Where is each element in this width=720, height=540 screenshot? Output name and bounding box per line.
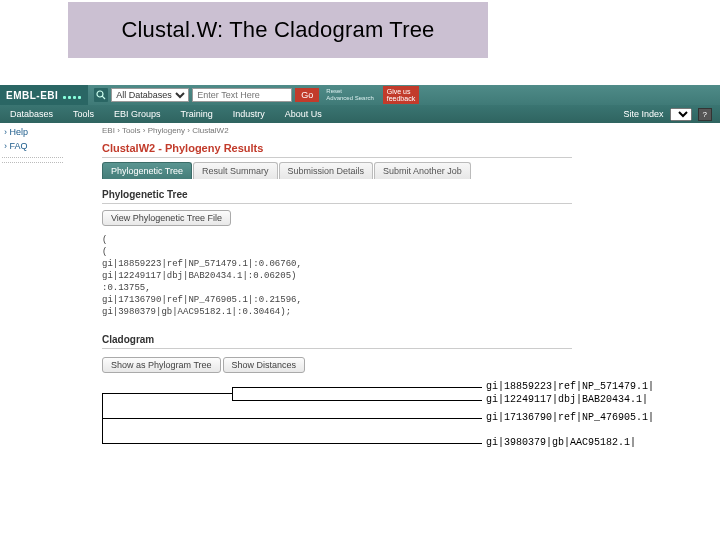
results-title: ClustalW2 - Phylogeny Results <box>102 138 572 158</box>
nav-training[interactable]: Training <box>171 109 223 119</box>
clado-label-3: gi|17136790|ref|NP_476905.1| <box>486 412 654 423</box>
search-scope-select[interactable]: All Databases <box>111 88 189 102</box>
site-topbar: EMBL-EBI All Databases Go Reset Advanced… <box>0 85 720 105</box>
main-panel: EBI › Tools › Phylogeny › ClustalW2 Clus… <box>102 123 572 463</box>
reset-link[interactable]: Reset <box>326 88 373 95</box>
crumb-ebi[interactable]: EBI <box>102 126 115 135</box>
logo-text: EMBL-EBI <box>6 90 58 101</box>
advanced-search-link[interactable]: Advanced Search <box>326 95 373 102</box>
phylo-tree-heading: Phylogenetic Tree <box>102 183 572 204</box>
nav-tools[interactable]: Tools <box>63 109 104 119</box>
cladogram-figure: gi|18859223|ref|NP_571479.1| gi|12249117… <box>102 383 572 463</box>
slide-title: Clustal.W: The Cladogram Tree <box>121 17 434 43</box>
nav-databases[interactable]: Databases <box>0 109 63 119</box>
sidebar-faq-link[interactable]: › FAQ <box>0 139 65 153</box>
slide-title-band: Clustal.W: The Cladogram Tree <box>68 2 488 58</box>
breadcrumb: EBI › Tools › Phylogeny › ClustalW2 <box>102 123 572 138</box>
feedback-button[interactable]: Give us feedback <box>383 86 419 104</box>
search-input[interactable] <box>192 88 292 102</box>
svg-point-0 <box>97 91 103 97</box>
tab-submission-details[interactable]: Submission Details <box>279 162 374 179</box>
clado-label-2: gi|12249117|dbj|BAB20434.1| <box>486 394 648 405</box>
crumb-phylogeny[interactable]: Phylogeny <box>148 126 185 135</box>
search-aux-links: Reset Advanced Search <box>326 88 373 102</box>
show-phylogram-button[interactable]: Show as Phylogram Tree <box>102 357 221 373</box>
site-index-go-button[interactable]: ? <box>698 108 712 121</box>
site-index-select[interactable] <box>670 108 692 121</box>
embedded-browser: EMBL-EBI All Databases Go Reset Advanced… <box>0 85 720 123</box>
nav-industry[interactable]: Industry <box>223 109 275 119</box>
search-go-button[interactable]: Go <box>295 88 319 102</box>
global-search: All Databases Go Reset Advanced Search G… <box>94 86 419 104</box>
tab-submit-another[interactable]: Submit Another Job <box>374 162 471 179</box>
cladogram-heading: Cladogram <box>102 328 572 349</box>
site-logo[interactable]: EMBL-EBI <box>0 85 88 105</box>
tab-result-summary[interactable]: Result Summary <box>193 162 278 179</box>
clado-label-1: gi|18859223|ref|NP_571479.1| <box>486 381 654 392</box>
result-tabs: Phylogenetic Tree Result Summary Submiss… <box>102 162 572 179</box>
site-index-label: Site Index <box>624 109 664 119</box>
logo-dots-icon <box>62 90 82 101</box>
svg-line-1 <box>103 96 106 99</box>
tab-phylo-tree[interactable]: Phylogenetic Tree <box>102 162 192 179</box>
primary-nav: Databases Tools EBI Groups Training Indu… <box>0 105 720 123</box>
crumb-tools[interactable]: Tools <box>122 126 141 135</box>
newick-text: ( ( gi|18859223|ref|NP_571479.1|:0.06760… <box>102 232 572 324</box>
show-distances-button[interactable]: Show Distances <box>223 357 306 373</box>
search-icon <box>94 88 108 102</box>
crumb-clustalw2[interactable]: ClustalW2 <box>192 126 228 135</box>
left-sidebar: › Help › FAQ <box>0 125 65 167</box>
clado-label-4: gi|3980379|gb|AAC95182.1| <box>486 437 636 448</box>
sidebar-divider <box>2 157 63 158</box>
view-tree-file-button[interactable]: View Phylogenetic Tree File <box>102 210 231 226</box>
sidebar-divider <box>2 162 63 163</box>
nav-ebi-groups[interactable]: EBI Groups <box>104 109 171 119</box>
nav-about[interactable]: About Us <box>275 109 332 119</box>
sidebar-help-link[interactable]: › Help <box>0 125 65 139</box>
